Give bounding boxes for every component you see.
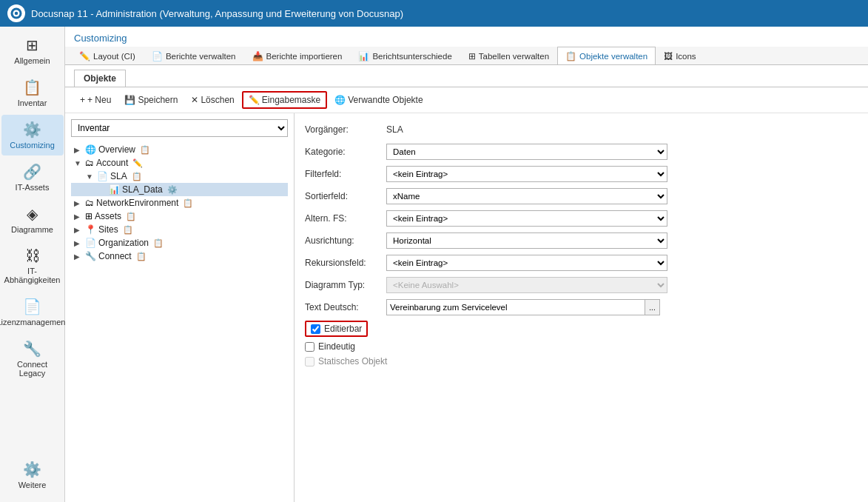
sidebar-label-customizing: Customizing: [10, 141, 55, 150]
speichern-button[interactable]: 💾 Speichern: [118, 92, 184, 108]
prop-row-diagramm-typ: Diagramm Typ: <Keine Auswahl>: [305, 276, 858, 294]
tab-berichte-importieren[interactable]: 📥 Berichte importieren: [244, 47, 351, 65]
sidebar-label-it-abhaengigkeiten: IT-Abhängigkeiten: [4, 267, 61, 284]
text-deutsch-label: Text Deutsch:: [305, 302, 386, 312]
organization-icon: 📄: [85, 238, 96, 248]
tree-node-overview[interactable]: ▶ 🌐 Overview 📋: [71, 143, 288, 156]
objekte-verwalten-icon: 📋: [565, 51, 576, 61]
diagramm-typ-select[interactable]: <Keine Auswahl>: [386, 277, 667, 293]
tree-node-organization[interactable]: ▶ 📄 Organization 📋: [71, 236, 288, 250]
properties-panel: Vorgänger: SLA Kategorie: Daten Filterfe…: [295, 113, 868, 502]
text-deutsch-input-group: ...: [386, 299, 667, 315]
tree-dropdown[interactable]: Inventar: [71, 119, 288, 137]
tree-node-sla-data[interactable]: 📊 SLA_Data ⚙️: [71, 183, 288, 196]
connect-arrow[interactable]: ▶: [74, 252, 83, 261]
sla-data-arrow: [98, 186, 107, 194]
organization-badge: 📋: [153, 238, 164, 248]
rekursionsfeld-label: Rekursionsfeld:: [305, 258, 386, 268]
sub-content: Objekte + + Neu 💾 Speichern ✕ Löschen ✏️: [65, 65, 868, 502]
loeschen-button[interactable]: ✕ Löschen: [185, 92, 240, 108]
app-logo: [7, 4, 25, 22]
overview-arrow[interactable]: ▶: [74, 146, 83, 154]
neu-icon: +: [80, 95, 85, 105]
allgemein-icon: ⊞: [26, 36, 38, 54]
sidebar-item-connect-legacy[interactable]: 🔧 Connect Legacy: [1, 334, 64, 384]
assets-label: Assets: [95, 211, 121, 221]
prop-row-text-deutsch: Text Deutsch: ...: [305, 298, 858, 316]
toolbar: + + Neu 💾 Speichern ✕ Löschen ✏️ Eingabe…: [65, 87, 868, 113]
layout-tab-icon: ✏️: [79, 51, 90, 61]
sidebar-item-weitere[interactable]: ⚙️ Weitere: [1, 455, 64, 495]
altern-fs-label: Altern. FS:: [305, 213, 386, 224]
tab-objekte-verwalten-label: Objekte verwalten: [579, 52, 647, 61]
berichte-importieren-icon: 📥: [252, 51, 263, 61]
editierbar-checkbox[interactable]: [311, 324, 320, 334]
sidebar-item-lizenzmanagement[interactable]: 📄 Lizenzmanagement: [1, 292, 64, 332]
prop-row-rekursionsfeld: Rekursionsfeld: <kein Eintrag>: [305, 254, 858, 272]
prop-row-altern-fs: Altern. FS: <kein Eintrag>: [305, 210, 858, 227]
tab-berichte-verwalten[interactable]: 📄 Berichte verwalten: [144, 47, 244, 65]
tree-node-sla[interactable]: ▼ 📄 SLA 📋: [71, 170, 288, 183]
tree-node-networkenvironment[interactable]: ▶ 🗂 NetworkEnvironment 📋: [71, 196, 288, 210]
altern-fs-select[interactable]: <kein Eintrag>: [386, 210, 667, 227]
rekursionsfeld-select[interactable]: <kein Eintrag>: [386, 255, 667, 271]
tree-node-account[interactable]: ▼ 🗂 Account ✏️: [71, 156, 288, 170]
verwandte-objekte-label: Verwandte Objekte: [348, 95, 423, 105]
prop-row-vorgaenger: Vorgänger: SLA: [305, 121, 858, 138]
sidebar-item-customizing[interactable]: ⚙️ Customizing: [1, 115, 64, 155]
sites-arrow[interactable]: ▶: [74, 226, 83, 234]
kategorie-select[interactable]: Daten: [386, 144, 667, 160]
tab-layout[interactable]: ✏️ Layout (CI): [71, 47, 144, 65]
sites-label: Sites: [98, 224, 118, 235]
account-arrow[interactable]: ▼: [74, 159, 83, 167]
neu-button[interactable]: + + Neu: [74, 92, 117, 108]
sidebar-label-lizenzmanagement: Lizenzmanagement: [0, 318, 68, 327]
icons-tab-icon: 🖼: [664, 51, 673, 61]
filterfeld-select[interactable]: <kein Eintrag>: [386, 166, 667, 182]
overview-label: Overview: [98, 144, 135, 155]
sidebar-label-weitere: Weitere: [18, 481, 47, 489]
networkenvironment-arrow[interactable]: ▶: [74, 199, 83, 207]
sidebar-item-it-assets[interactable]: 🔗 IT-Assets: [1, 157, 64, 198]
sidebar-item-it-abhaengigkeiten[interactable]: ⛓ IT-Abhängigkeiten: [1, 241, 64, 290]
tab-tabellen-verwalten[interactable]: ⊞ Tabellen verwalten: [460, 47, 557, 65]
eingabemaske-button[interactable]: ✏️ Eingabemaske: [242, 91, 327, 109]
statisches-objekt-checkbox[interactable]: [305, 357, 314, 367]
verwandte-objekte-button[interactable]: 🌐 Verwandte Objekte: [329, 92, 428, 108]
tree-node-assets[interactable]: ▶ ⊞ Assets 📋: [71, 210, 288, 223]
tab-objekte-verwalten[interactable]: 📋 Objekte verwalten: [557, 47, 656, 65]
ausrichtung-select[interactable]: Horizontal: [386, 232, 667, 249]
eingabemaske-icon: ✏️: [249, 95, 260, 105]
tree-node-sites[interactable]: ▶ 📍 Sites 📋: [71, 223, 288, 236]
prop-row-kategorie: Kategorie: Daten: [305, 143, 858, 161]
tab-icons-label: Icons: [676, 52, 696, 61]
statisches-objekt-label: Statisches Objekt: [318, 356, 387, 367]
objects-tab[interactable]: Objekte: [74, 70, 126, 87]
tab-berichte-importieren-label: Berichte importieren: [266, 52, 343, 61]
sortierfeld-select[interactable]: xName: [386, 188, 667, 204]
tree-node-connect[interactable]: ▶ 🔧 Connect 📋: [71, 250, 288, 263]
sites-badge: 📋: [123, 225, 133, 235]
sla-icon: 📄: [97, 171, 108, 181]
text-deutsch-btn[interactable]: ...: [645, 299, 660, 315]
tab-layout-label: Layout (CI): [93, 52, 135, 61]
sidebar-item-allgemein[interactable]: ⊞ Allgemein: [1, 30, 64, 71]
editierbar-label[interactable]: Editierbar: [324, 324, 362, 334]
tab-icons[interactable]: 🖼 Icons: [656, 47, 704, 65]
eindeutig-checkbox[interactable]: [305, 342, 314, 352]
organization-arrow[interactable]: ▶: [74, 239, 83, 247]
tab-berichtsunterschiede[interactable]: 📊 Berichtsunterschiede: [350, 47, 460, 65]
text-deutsch-input[interactable]: [386, 299, 645, 315]
sla-arrow[interactable]: ▼: [86, 173, 95, 181]
vorgaenger-label: Vorgänger:: [305, 124, 386, 135]
eindeutig-label[interactable]: Eindeutig: [318, 341, 355, 352]
sla-label: SLA: [110, 171, 127, 181]
prop-row-sortierfeld: Sortierfeld: xName: [305, 187, 858, 205]
networkenvironment-badge: 📋: [183, 198, 193, 208]
overview-badge: 📋: [140, 145, 150, 155]
sidebar-item-inventar[interactable]: 📋 Inventar: [1, 73, 64, 113]
sidebar-item-diagramme[interactable]: ◈ Diagramme: [1, 199, 64, 240]
assets-arrow[interactable]: ▶: [74, 212, 83, 221]
kategorie-label: Kategorie:: [305, 147, 386, 157]
organization-label: Organization: [98, 238, 149, 248]
